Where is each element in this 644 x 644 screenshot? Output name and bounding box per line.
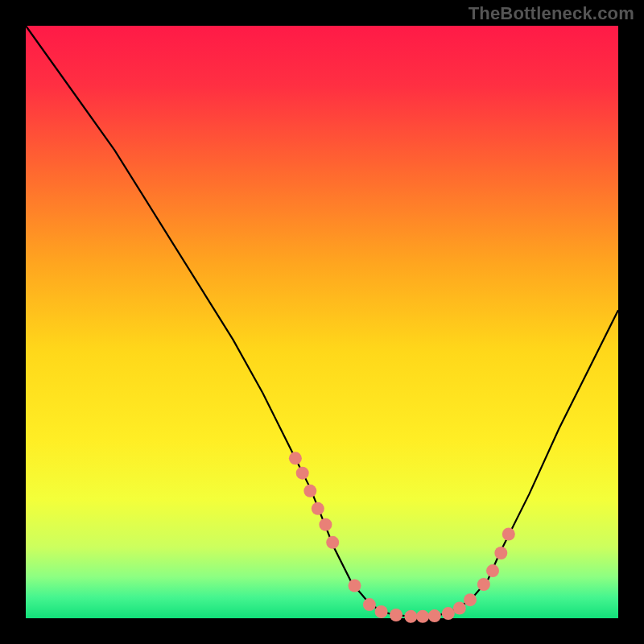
curve-dot (390, 609, 402, 621)
curve-dot (404, 610, 417, 623)
curve-dot (375, 605, 388, 618)
curve-dot (464, 593, 477, 606)
curve-dot (486, 564, 499, 577)
curve-dot (289, 452, 302, 464)
curve-dot (296, 467, 309, 480)
chart-stage: TheBottleneck.com (0, 0, 644, 644)
curve-dot (303, 485, 316, 497)
curve-dot (477, 578, 490, 591)
curve-dot (494, 547, 507, 559)
curve-dot (349, 580, 361, 592)
curve-dot (416, 610, 429, 623)
curve-dot (363, 598, 376, 611)
curve-dot (312, 502, 324, 515)
curve-dot (502, 528, 515, 541)
curve-dot (326, 536, 339, 549)
curve-dot (453, 602, 466, 615)
curve-dot (428, 609, 441, 622)
watermark-text: TheBottleneck.com (469, 3, 634, 24)
curve-dot (319, 518, 332, 531)
curve-dot (442, 607, 455, 620)
bottleneck-chart-svg (0, 0, 644, 644)
